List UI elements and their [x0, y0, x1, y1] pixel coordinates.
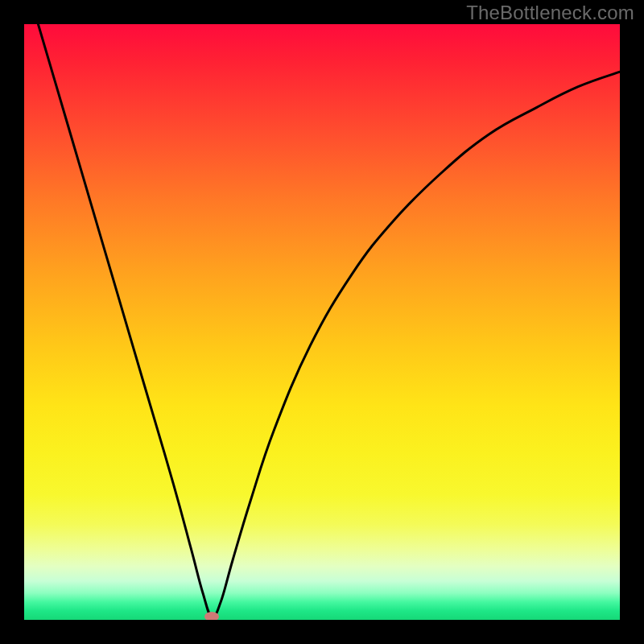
watermark-text: TheBottleneck.com — [466, 2, 634, 24]
chart-container: TheBottleneck.com — [0, 0, 644, 644]
bottleneck-curve — [24, 24, 620, 620]
minimum-marker — [204, 612, 219, 620]
plot-area — [24, 24, 620, 620]
